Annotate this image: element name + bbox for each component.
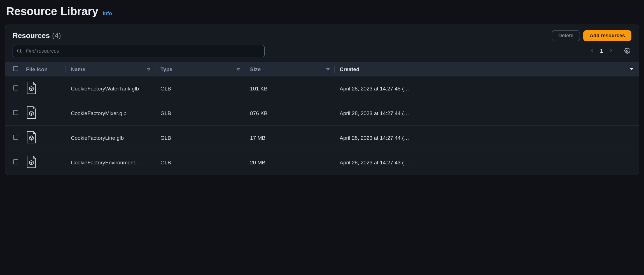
file-3d-icon xyxy=(26,90,37,95)
sort-icon xyxy=(237,66,240,73)
cell-name: CookieFactoryLine.glb xyxy=(66,126,155,150)
cell-name: CookieFactoryMixer.glb xyxy=(66,101,155,126)
column-label: Created xyxy=(340,66,360,73)
resources-table: File icon Name Type xyxy=(5,62,639,175)
column-header-name[interactable]: Name xyxy=(66,62,155,76)
svg-marker-3 xyxy=(147,69,150,70)
file-3d-icon xyxy=(26,139,37,145)
svg-marker-6 xyxy=(630,68,633,70)
row-checkbox[interactable] xyxy=(13,159,18,164)
cell-created: April 28, 2023 at 14:27:44 (… xyxy=(335,101,639,126)
toolbar: 1 xyxy=(5,41,639,62)
cell-type: GLB xyxy=(155,126,245,150)
cell-size: 20 MB xyxy=(245,150,335,175)
panel-actions: Delete Add resources xyxy=(552,30,631,41)
cell-name: CookieFactoryEnvironment.… xyxy=(66,150,155,175)
delete-button[interactable]: Delete xyxy=(552,30,580,41)
svg-marker-4 xyxy=(237,69,240,70)
search-input[interactable] xyxy=(13,45,265,57)
column-label: Size xyxy=(250,66,261,73)
chevron-right-icon xyxy=(608,48,614,54)
table-row[interactable]: CookieFactoryLine.glb GLB 17 MB April 28… xyxy=(5,126,639,150)
file-3d-icon xyxy=(26,114,37,120)
row-checkbox[interactable] xyxy=(13,85,18,90)
page-title: Resource Library xyxy=(6,5,98,18)
svg-line-1 xyxy=(20,52,22,53)
panel-title: Resources xyxy=(13,31,50,40)
file-3d-icon xyxy=(26,164,37,169)
info-link[interactable]: Info xyxy=(103,11,112,17)
cell-size: 17 MB xyxy=(245,126,335,150)
panel-header: Resources (4) Delete Add resources xyxy=(5,24,639,41)
next-page-button[interactable] xyxy=(608,48,614,54)
column-header-type[interactable]: Type xyxy=(155,62,245,76)
page-number: 1 xyxy=(600,48,603,54)
row-checkbox[interactable] xyxy=(13,135,18,140)
chevron-left-icon xyxy=(589,48,595,54)
gear-icon xyxy=(624,48,630,55)
cell-type: GLB xyxy=(155,101,245,126)
column-header-size[interactable]: Size xyxy=(245,62,335,76)
table-header-row: File icon Name Type xyxy=(5,62,639,76)
select-all-checkbox[interactable] xyxy=(13,66,18,71)
cell-created: April 28, 2023 at 14:27:43 (… xyxy=(335,150,639,175)
cell-size: 101 KB xyxy=(245,76,335,101)
table-row[interactable]: CookieFactoryWaterTank.glb GLB 101 KB Ap… xyxy=(5,76,639,101)
column-header-created[interactable]: Created xyxy=(335,62,639,76)
settings-button[interactable] xyxy=(624,48,631,55)
search-wrap xyxy=(13,45,265,57)
sort-icon xyxy=(326,66,330,73)
sort-icon xyxy=(147,66,150,73)
cell-name: CookieFactoryWaterTank.glb xyxy=(66,76,155,101)
column-label: Type xyxy=(160,66,172,73)
cell-type: GLB xyxy=(155,76,245,101)
svg-point-2 xyxy=(626,50,628,52)
cell-type: GLB xyxy=(155,150,245,175)
svg-marker-5 xyxy=(326,69,329,70)
pagination: 1 xyxy=(589,47,631,55)
table-row[interactable]: CookieFactoryMixer.glb GLB 876 KB April … xyxy=(5,101,639,126)
resources-panel: Resources (4) Delete Add resources xyxy=(5,24,639,175)
prev-page-button[interactable] xyxy=(589,48,595,54)
panel-count: (4) xyxy=(52,31,61,40)
cell-created: April 28, 2023 at 14:27:45 (… xyxy=(335,76,639,101)
column-label: Name xyxy=(71,66,85,73)
column-header-file-icon[interactable]: File icon xyxy=(21,62,66,76)
page-header: Resource Library Info xyxy=(5,5,639,18)
table-row[interactable]: CookieFactoryEnvironment.… GLB 20 MB Apr… xyxy=(5,150,639,175)
cell-size: 876 KB xyxy=(245,101,335,126)
panel-title-wrap: Resources (4) xyxy=(13,31,61,40)
svg-point-0 xyxy=(17,49,21,52)
row-checkbox[interactable] xyxy=(13,110,18,115)
divider xyxy=(619,47,619,55)
cell-created: April 28, 2023 at 14:27:44 (… xyxy=(335,126,639,150)
column-header-select xyxy=(5,62,21,76)
search-icon xyxy=(17,48,22,54)
column-label: File icon xyxy=(26,66,48,72)
sort-desc-icon xyxy=(630,66,634,73)
add-resources-button[interactable]: Add resources xyxy=(583,30,631,41)
